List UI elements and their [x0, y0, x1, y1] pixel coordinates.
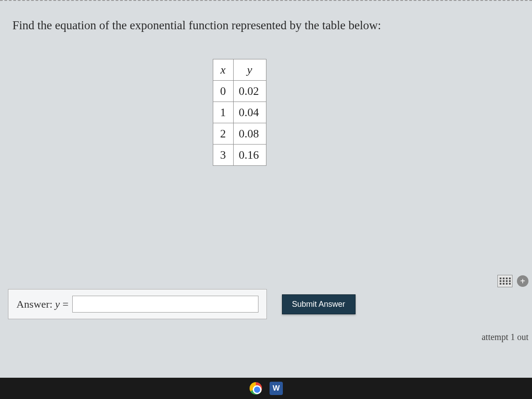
- submit-answer-button[interactable]: Submit Answer: [282, 294, 356, 314]
- header-x: x: [213, 59, 233, 81]
- cell-x: 0: [213, 81, 233, 102]
- answer-label-var: y: [55, 298, 60, 310]
- table-row: 3 0.16: [213, 145, 266, 166]
- table-row: 2 0.08: [213, 123, 266, 145]
- answer-box: Answer: y =: [8, 289, 267, 319]
- word-icon[interactable]: W: [269, 381, 284, 396]
- answer-label-prefix: Answer:: [16, 298, 55, 310]
- taskbar: W: [0, 378, 532, 399]
- table-row: 0 0.02: [213, 81, 266, 102]
- keypad-icon[interactable]: [497, 275, 512, 287]
- cell-x: 3: [213, 145, 233, 166]
- table-header-row: x y: [213, 59, 266, 81]
- data-table-container: x y 0 0.02 1 0.04 2 0.08 3 0.16: [0, 59, 520, 166]
- table-row: 1 0.04: [213, 102, 266, 123]
- cell-y: 0.16: [233, 145, 266, 166]
- cell-x: 1: [213, 102, 233, 123]
- attempt-counter: attempt 1 out: [481, 332, 528, 342]
- header-y: y: [233, 59, 266, 81]
- answer-label-equals: =: [60, 298, 69, 310]
- answer-row: Answer: y = Submit Answer: [8, 289, 532, 319]
- add-icon[interactable]: +: [517, 275, 528, 287]
- chrome-icon[interactable]: [248, 381, 263, 396]
- xy-table: x y 0 0.02 1 0.04 2 0.08 3 0.16: [213, 59, 266, 166]
- cell-x: 2: [213, 123, 233, 145]
- cell-y: 0.08: [233, 123, 266, 145]
- answer-input[interactable]: [72, 296, 258, 313]
- cell-y: 0.04: [233, 102, 266, 123]
- cell-y: 0.02: [233, 81, 266, 102]
- answer-label: Answer: y =: [16, 298, 69, 310]
- question-text: Find the equation of the exponential fun…: [12, 19, 520, 32]
- tool-icons: +: [497, 275, 528, 287]
